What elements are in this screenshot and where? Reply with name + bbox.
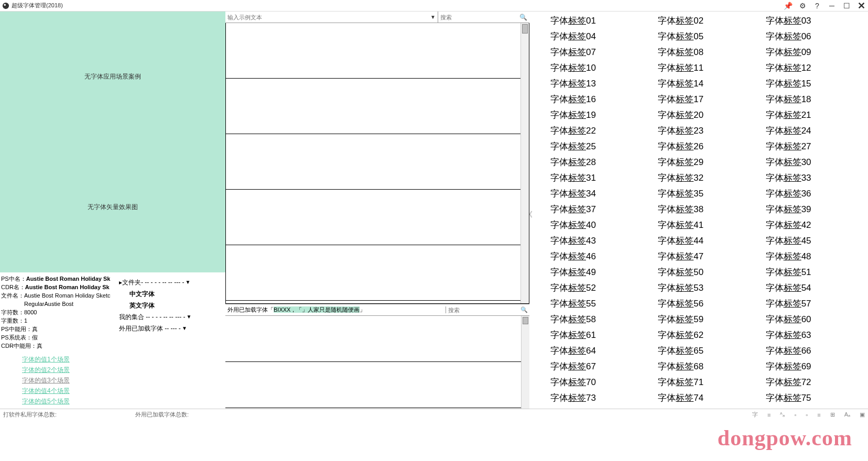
- tree-item-english[interactable]: 英文字体: [119, 300, 223, 311]
- font-tag[interactable]: 字体标签57: [766, 298, 858, 310]
- font-tag[interactable]: 字体标签41: [658, 219, 750, 231]
- font-tag[interactable]: 字体标签17: [658, 93, 750, 105]
- tree-header-myset[interactable]: 我的集合 -- - - - -- -- --- -▼: [119, 311, 223, 323]
- sample-text-input[interactable]: [227, 14, 430, 20]
- search-icon[interactable]: 🔍: [520, 306, 528, 313]
- font-tag[interactable]: 字体标签32: [658, 172, 750, 184]
- font-tag[interactable]: 字体标签14: [658, 78, 750, 90]
- font-tag[interactable]: 字体标签12: [766, 62, 858, 74]
- font-tag[interactable]: 字体标签03: [766, 15, 858, 27]
- search-input[interactable]: [440, 14, 519, 20]
- font-tag[interactable]: 字体标签71: [658, 376, 750, 388]
- tool-icon[interactable]: ▣: [860, 411, 865, 418]
- font-tag[interactable]: 字体标签40: [550, 219, 642, 231]
- tool-icon[interactable]: ▫: [794, 412, 796, 418]
- font-tag[interactable]: 字体标签61: [550, 329, 642, 341]
- font-row[interactable]: [226, 190, 520, 245]
- font-tag[interactable]: 字体标签06: [766, 30, 858, 42]
- dropdown-icon[interactable]: ▼: [430, 14, 436, 20]
- font-tag[interactable]: 字体标签73: [550, 392, 642, 404]
- font-tag[interactable]: 字体标签22: [550, 125, 642, 137]
- font-tag[interactable]: 字体标签20: [658, 109, 750, 121]
- font-tag[interactable]: 字体标签19: [550, 109, 642, 121]
- font-tag[interactable]: 字体标签31: [550, 172, 642, 184]
- font-tag[interactable]: 字体标签28: [550, 156, 642, 168]
- font-tag[interactable]: 字体标签29: [658, 156, 750, 168]
- font-tag[interactable]: 字体标签23: [658, 125, 750, 137]
- font-tag[interactable]: 字体标签07: [550, 46, 642, 58]
- font-tag[interactable]: 字体标签52: [550, 282, 642, 294]
- font-tag[interactable]: 字体标签16: [550, 93, 642, 105]
- font-tag[interactable]: 字体标签53: [658, 282, 750, 294]
- font-tag[interactable]: 字体标签62: [658, 329, 750, 341]
- scenario-link[interactable]: 字体的值3个场景: [22, 375, 118, 386]
- font-tag[interactable]: 字体标签44: [658, 235, 750, 247]
- font-tag[interactable]: 字体标签39: [766, 203, 858, 215]
- scenario-link[interactable]: 字体的值4个场景: [22, 386, 118, 396]
- scenario-link[interactable]: 字体的值5个场景: [22, 396, 118, 407]
- font-tag[interactable]: 字体标签67: [550, 360, 642, 372]
- scrollbar-thumb[interactable]: [522, 24, 528, 34]
- font-tag[interactable]: 字体标签34: [550, 188, 642, 200]
- font-tag[interactable]: 字体标签47: [658, 250, 750, 262]
- font-tag[interactable]: 字体标签38: [658, 203, 750, 215]
- font-tag[interactable]: 字体标签64: [550, 345, 642, 357]
- font-tag[interactable]: 字体标签54: [766, 282, 858, 294]
- font-tag[interactable]: 字体标签18: [766, 93, 858, 105]
- font-tag[interactable]: 字体标签08: [658, 46, 750, 58]
- panel-collapse-icon[interactable]: 《: [525, 210, 533, 219]
- font-row[interactable]: [226, 245, 520, 301]
- font-tag[interactable]: 字体标签68: [658, 360, 750, 372]
- font-tag[interactable]: 字体标签36: [766, 188, 858, 200]
- scrollbar-vertical[interactable]: [521, 316, 529, 409]
- font-tag[interactable]: 字体标签33: [766, 172, 858, 184]
- font-tag[interactable]: 字体标签70: [550, 376, 642, 388]
- maximize-button[interactable]: ☐: [842, 1, 851, 10]
- help-icon[interactable]: ?: [812, 1, 822, 10]
- font-tag[interactable]: 字体标签27: [766, 140, 858, 152]
- font-tag[interactable]: 字体标签42: [766, 219, 858, 231]
- tool-icon[interactable]: ▫: [806, 412, 808, 418]
- font-tag[interactable]: 字体标签59: [658, 313, 750, 325]
- scrollbar-vertical[interactable]: [520, 23, 529, 303]
- tool-icon[interactable]: ⊞: [830, 411, 835, 418]
- font-tag[interactable]: 字体标签63: [766, 329, 858, 341]
- font-row[interactable]: [226, 134, 520, 190]
- font-tag[interactable]: 字体标签10: [550, 62, 642, 74]
- font-tag[interactable]: 字体标签65: [658, 345, 750, 357]
- tool-icon[interactable]: ≡: [817, 412, 820, 418]
- loaded-search-input[interactable]: [448, 307, 520, 313]
- font-tag[interactable]: 字体标签43: [550, 235, 642, 247]
- minimize-button[interactable]: ─: [827, 1, 837, 10]
- pin-icon[interactable]: 📌: [783, 1, 793, 10]
- loaded-font-row[interactable]: [225, 316, 521, 362]
- font-tag[interactable]: 字体标签45: [766, 235, 858, 247]
- font-tag[interactable]: 字体标签37: [550, 203, 642, 215]
- tree-header-folders[interactable]: ▸ 文件夹- -- - - - -- -- --- -▼: [119, 277, 223, 288]
- font-tag[interactable]: 字体标签58: [550, 313, 642, 325]
- font-tag[interactable]: 字体标签26: [658, 140, 750, 152]
- search-icon[interactable]: 🔍: [519, 14, 527, 21]
- font-tag[interactable]: 字体标签15: [766, 78, 858, 90]
- font-tag[interactable]: 字体标签49: [550, 266, 642, 278]
- font-tag[interactable]: 字体标签13: [550, 78, 642, 90]
- settings-icon[interactable]: ⚙: [798, 1, 807, 10]
- font-tag[interactable]: 字体标签25: [550, 140, 642, 152]
- font-tag[interactable]: 字体标签69: [766, 360, 858, 372]
- tool-icon[interactable]: 字: [752, 411, 758, 419]
- scenario-link[interactable]: 字体的值1个场景: [22, 354, 118, 365]
- tool-icon[interactable]: Aₐ: [844, 411, 850, 418]
- font-row[interactable]: [226, 79, 520, 134]
- font-tag[interactable]: 字体标签72: [766, 376, 858, 388]
- font-tag[interactable]: 字体标签04: [550, 30, 642, 42]
- font-tag[interactable]: 字体标签75: [766, 392, 858, 404]
- font-tag[interactable]: 字体标签21: [766, 109, 858, 121]
- font-tag[interactable]: 字体标签05: [658, 30, 750, 42]
- font-tag[interactable]: 字体标签48: [766, 250, 858, 262]
- tool-icon[interactable]: ᴬₐ: [780, 411, 785, 418]
- loaded-font-row[interactable]: [225, 362, 521, 408]
- scenario-link[interactable]: 字体的值2个场景: [22, 365, 118, 375]
- font-tag[interactable]: 字体标签60: [766, 313, 858, 325]
- scrollbar-thumb[interactable]: [523, 317, 528, 324]
- font-tag[interactable]: 字体标签09: [766, 46, 858, 58]
